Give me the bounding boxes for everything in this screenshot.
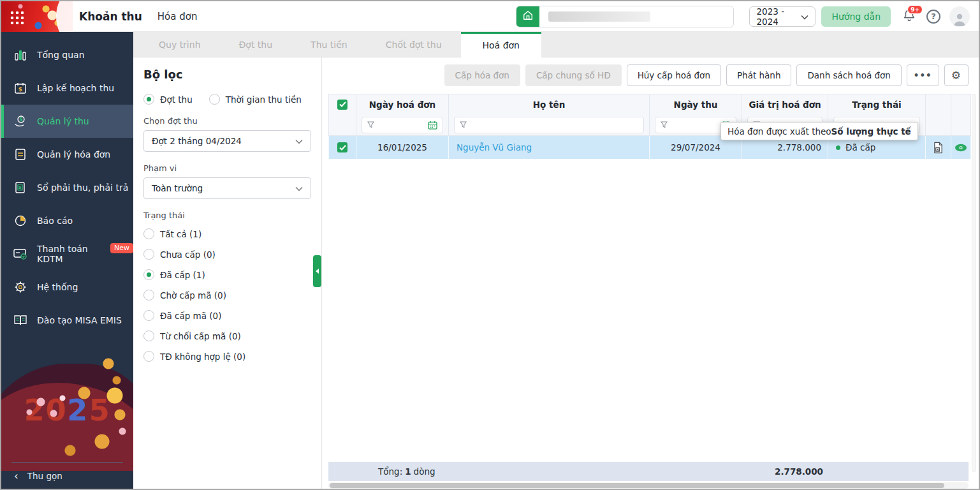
tab-dot-thu[interactable]: Đợt thu bbox=[220, 32, 292, 57]
filter-panel: Bộ lọc Đợt thu Thời gian thu tiền Chọn đ… bbox=[133, 57, 322, 489]
guide-button[interactable]: Hướng dẫn bbox=[821, 6, 891, 27]
bar-chart-icon bbox=[13, 48, 28, 61]
svg-text:$: $ bbox=[18, 185, 22, 190]
eye-icon[interactable] bbox=[954, 144, 967, 152]
sidebar-item-label: Thanh toán KDTM bbox=[37, 244, 100, 264]
funnel-icon bbox=[367, 120, 374, 130]
sidebar-item-he-thong[interactable]: Hệ thống bbox=[1, 271, 133, 304]
radio-da-cap-ma[interactable]: Đã cấp mã (0) bbox=[143, 310, 311, 321]
invoice-icon bbox=[13, 148, 28, 161]
sidebar-item-so-phai-thu[interactable]: $ Sổ phải thu, phải trả bbox=[1, 171, 133, 204]
cell-invoice-date: 16/01/2025 bbox=[356, 136, 449, 159]
school-year-select[interactable]: 2023 - 2024 bbox=[749, 6, 815, 27]
invoice-list-button[interactable]: Danh sách hoá đơn bbox=[796, 64, 901, 86]
radio-label: Đã cấp mã (0) bbox=[160, 311, 221, 321]
status-dot-icon bbox=[836, 145, 840, 150]
radio-icon bbox=[143, 351, 154, 362]
radio-label: TĐ không hợp lệ (0) bbox=[160, 352, 245, 362]
funnel-icon bbox=[460, 120, 467, 130]
cell-full-name: Nguyễn Vũ Giang bbox=[449, 136, 650, 159]
status-label: Trạng thái bbox=[143, 211, 311, 220]
card-check-icon bbox=[13, 248, 28, 260]
batch-select[interactable]: Đợt 2 tháng 04/2024 bbox=[143, 130, 311, 152]
sidebar-item-thanh-toan-kdtm[interactable]: Thanh toán KDTM New bbox=[1, 237, 133, 271]
sidebar-divider bbox=[11, 462, 123, 463]
scope-value: Toàn trường bbox=[152, 183, 203, 193]
vertical-scrollbar[interactable] bbox=[972, 94, 976, 472]
table-settings-button[interactable]: ⚙ bbox=[944, 64, 969, 86]
filter-doc-cell bbox=[926, 114, 951, 135]
svg-text:$: $ bbox=[18, 86, 22, 93]
avatar[interactable] bbox=[949, 6, 970, 27]
sidebar-item-dao-tao[interactable]: Đào tạo MISA EMIS bbox=[1, 304, 133, 337]
redacted-school-name bbox=[548, 11, 650, 22]
calendar-dollar-icon: $ bbox=[13, 82, 28, 94]
app-launcher-icon[interactable] bbox=[10, 10, 24, 24]
pie-chart-icon bbox=[13, 214, 28, 227]
column-header-view bbox=[951, 94, 971, 114]
sidebar-item-tong-quan[interactable]: Tổng quan bbox=[1, 38, 133, 71]
radio-icon bbox=[143, 94, 154, 105]
radio-tu-choi-cap-ma[interactable]: Từ chối cấp mã (0) bbox=[143, 330, 311, 341]
more-actions-button[interactable]: ••• bbox=[907, 64, 939, 86]
filter-view-cell bbox=[951, 114, 971, 135]
scope-select[interactable]: Toàn trường bbox=[143, 177, 311, 199]
hand-money-icon: $ bbox=[13, 114, 28, 128]
sidebar-item-quan-ly-hoa-don[interactable]: Quản lý hóa đơn bbox=[1, 138, 133, 171]
calendar-icon[interactable] bbox=[428, 121, 437, 130]
status-text: Đã cấp bbox=[845, 142, 875, 152]
column-header-full-name: Họ tên bbox=[449, 94, 650, 114]
select-all-checkbox[interactable] bbox=[337, 100, 347, 110]
radio-da-cap[interactable]: Đã cấp (1) bbox=[143, 269, 311, 280]
sidebar-collapse-button[interactable]: ‹ Thu gọn bbox=[1, 463, 133, 489]
sidebar-item-label: Quản lý hóa đơn bbox=[37, 149, 110, 160]
row-checkbox[interactable] bbox=[337, 142, 347, 152]
filter-mode-group: Đợt thu Thời gian thu tiền bbox=[143, 94, 311, 105]
radio-tat-ca[interactable]: Tất cả (1) bbox=[143, 228, 311, 239]
full-name-filter-input[interactable] bbox=[454, 117, 644, 133]
sidebar-item-bao-cao[interactable]: Báo cáo bbox=[1, 204, 133, 237]
school-search-input[interactable] bbox=[539, 6, 733, 27]
table-header-row: Ngày hoá đơn Họ tên Ngày thu Giá trị hoá… bbox=[328, 94, 971, 114]
radio-icon bbox=[143, 290, 154, 301]
student-name-link[interactable]: Nguyễn Vũ Giang bbox=[457, 142, 532, 152]
total-rows-label: Tổng:1dòng bbox=[378, 466, 435, 477]
tab-hoa-don[interactable]: Hoá đơn bbox=[461, 32, 541, 57]
radio-dot-thu[interactable]: Đợt thu bbox=[143, 94, 193, 105]
table-footer: Tổng:1dòng 2.778.000 bbox=[328, 462, 969, 481]
radio-cho-cap-ma[interactable]: Chờ cấp mã (0) bbox=[143, 290, 311, 301]
tab-quy-trinh[interactable]: Quy trình bbox=[140, 32, 220, 57]
filter-collapse-handle[interactable] bbox=[313, 255, 321, 287]
topbar-right: 2023 - 2024 Hướng dẫn 9+ ? bbox=[516, 6, 979, 27]
gear-icon: ⚙ bbox=[951, 70, 962, 81]
tooltip: Hóa đơn được xuất theo Số lượng thực tế bbox=[720, 122, 918, 140]
sidebar-item-lap-ke-hoach-thu[interactable]: $ Lập kế hoạch thu bbox=[1, 71, 133, 105]
school-year-value: 2023 - 2024 bbox=[756, 6, 801, 27]
horizontal-scrollbar-thumb[interactable] bbox=[330, 483, 944, 488]
tab-thu-tien[interactable]: Thu tiền bbox=[291, 32, 367, 57]
notification-badge: 9+ bbox=[907, 5, 923, 14]
radio-label: Tất cả (1) bbox=[160, 229, 201, 239]
publish-button[interactable]: Phát hành bbox=[726, 64, 792, 86]
radio-icon bbox=[143, 249, 154, 260]
tab-chot-dot-thu[interactable]: Chốt đợt thu bbox=[367, 32, 461, 57]
notifications-button[interactable]: 9+ bbox=[900, 7, 919, 26]
invoice-date-filter-input[interactable] bbox=[362, 117, 443, 133]
xml-file-icon[interactable] bbox=[933, 142, 944, 154]
header-checkbox-cell bbox=[328, 94, 356, 114]
radio-label: Từ chối cấp mã (0) bbox=[160, 331, 241, 341]
cancel-invoice-button[interactable]: Hủy cấp hoá đơn bbox=[627, 64, 721, 86]
radio-td-khong-hop-le[interactable]: TĐ không hợp lệ (0) bbox=[143, 351, 311, 362]
radio-chua-cap[interactable]: Chưa cấp (0) bbox=[143, 249, 311, 260]
cell-view bbox=[951, 136, 971, 159]
sidebar-item-quan-ly-thu[interactable]: $ Quản lý thu bbox=[1, 105, 133, 138]
filter-invoice-date-cell bbox=[356, 114, 449, 135]
radio-thoi-gian-thu-tien[interactable]: Thời gian thu tiền bbox=[209, 94, 302, 105]
school-search bbox=[516, 6, 734, 27]
help-button[interactable]: ? bbox=[926, 10, 940, 24]
total-rows-count: 1 bbox=[405, 466, 411, 477]
ledger-dollar-icon: $ bbox=[13, 181, 28, 194]
toolbar: Cấp hóa đơn Cấp chung số HĐ Hủy cấp hoá … bbox=[444, 64, 969, 86]
home-button[interactable] bbox=[516, 6, 539, 27]
tooltip-bold-text: Số lượng thực tế bbox=[831, 126, 911, 137]
